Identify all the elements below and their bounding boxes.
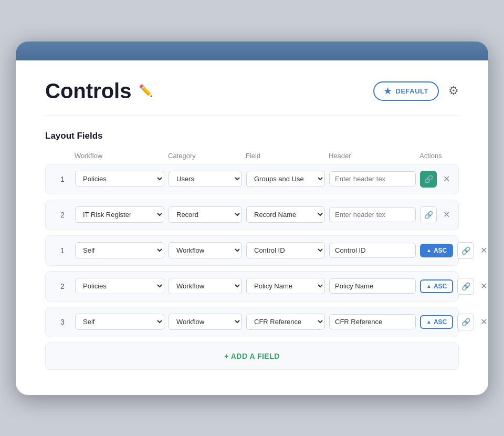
actions-area: ▲ ASC 🔗 ✕ (420, 278, 488, 295)
field-select[interactable]: Policy Name (246, 278, 325, 294)
asc-arrow-icon: ▲ (426, 319, 432, 325)
col-headers: Workflow Category Field Header Actions (45, 152, 459, 164)
link-button[interactable]: 🔗 (457, 314, 474, 330)
col-num-spacer (54, 152, 70, 160)
table-row: 1 Policies Users Groups and Use 🔗 ✕ (45, 164, 459, 194)
field-select[interactable]: Control ID (246, 242, 325, 258)
add-field-button[interactable]: ADD A FIELD (224, 352, 280, 360)
col-header-field: Field (246, 152, 324, 160)
link-icon: 🔗 (424, 175, 433, 183)
remove-row-button[interactable]: ✕ (478, 279, 488, 293)
link-icon: 🔗 (461, 318, 470, 326)
link-button[interactable]: 🔗 (457, 242, 474, 259)
header-input[interactable] (329, 171, 416, 186)
category-select[interactable]: Workflow (169, 314, 242, 330)
actions-area: ▲ ASC 🔗 ✕ (420, 242, 488, 259)
table-row: 3 Self Workflow CFR Reference ▲ ASC 🔗 ✕ (45, 307, 459, 337)
add-field-row[interactable]: ADD A FIELD (45, 342, 459, 370)
actions-area: ▲ ASC 🔗 ✕ (420, 314, 488, 330)
asc-label: ASC (434, 283, 447, 290)
page-header: Controls ✏️ ★ DEFAULT ⚙ (45, 79, 459, 103)
link-icon: 🔗 (461, 246, 470, 255)
workflow-select[interactable]: IT Risk Register (75, 206, 164, 223)
edit-icon[interactable]: ✏️ (139, 84, 153, 98)
asc-label: ASC (434, 247, 447, 254)
header-input[interactable] (329, 314, 416, 329)
header-right: ★ DEFAULT ⚙ (373, 81, 459, 101)
row-number: 2 (54, 211, 71, 219)
asc-label: ASC (434, 318, 447, 326)
page-title-area: Controls ✏️ (45, 79, 153, 103)
page-title: Controls (45, 79, 131, 103)
row-number: 2 (54, 282, 71, 290)
row-number: 1 (54, 175, 71, 183)
col-header-header: Header (329, 152, 415, 160)
workflow-select[interactable]: Policies (75, 171, 164, 187)
link-icon: 🔗 (461, 282, 470, 290)
link-button[interactable]: 🔗 (457, 278, 474, 295)
col-header-actions: Actions (419, 152, 488, 160)
actions-area: 🔗 ✕ (420, 206, 488, 223)
row-number: 1 (54, 246, 71, 255)
table-row: 2 IT Risk Register Record Record Name 🔗 … (45, 200, 459, 230)
device-top-bar (16, 41, 488, 60)
asc-button[interactable]: ▲ ASC (420, 244, 453, 257)
col-header-workflow: Workflow (75, 152, 164, 160)
table-row: 1 Self Workflow Control ID ▲ ASC 🔗 ✕ (45, 235, 459, 266)
field-select[interactable]: CFR Reference (246, 314, 325, 330)
rows-container: 1 Policies Users Groups and Use 🔗 ✕ 2 IT (45, 164, 459, 337)
default-label: DEFAULT (396, 87, 428, 95)
remove-row-button[interactable]: ✕ (441, 207, 452, 222)
workflow-select[interactable]: Self (75, 314, 164, 330)
gear-icon[interactable]: ⚙ (448, 84, 459, 98)
header-input[interactable] (329, 207, 416, 222)
device-frame: Controls ✏️ ★ DEFAULT ⚙ Layout Fields Wo… (16, 41, 488, 395)
table-wrapper: Workflow Category Field Header Actions 1… (45, 152, 459, 370)
remove-row-button[interactable]: ✕ (478, 243, 488, 257)
category-select[interactable]: Users (169, 171, 242, 187)
row-number: 3 (54, 318, 71, 326)
category-select[interactable]: Workflow (169, 242, 242, 258)
remove-row-button[interactable]: ✕ (478, 315, 488, 329)
asc-button[interactable]: ▲ ASC (420, 315, 453, 329)
link-button[interactable]: 🔗 (420, 171, 437, 188)
asc-button[interactable]: ▲ ASC (420, 279, 453, 293)
link-button[interactable]: 🔗 (420, 206, 437, 223)
workflow-select[interactable]: Policies (75, 278, 164, 294)
device-body: Controls ✏️ ★ DEFAULT ⚙ Layout Fields Wo… (16, 60, 488, 395)
header-input[interactable] (329, 243, 416, 258)
category-select[interactable]: Workflow (169, 278, 242, 294)
field-select[interactable]: Record Name (246, 206, 325, 223)
default-badge[interactable]: ★ DEFAULT (373, 81, 439, 101)
category-select[interactable]: Record (169, 206, 242, 223)
asc-arrow-icon: ▲ (426, 247, 432, 253)
star-icon: ★ (384, 86, 392, 96)
header-divider (45, 116, 459, 116)
actions-area: 🔗 ✕ (420, 171, 488, 188)
col-header-category: Category (168, 152, 242, 160)
remove-row-button[interactable]: ✕ (441, 172, 452, 186)
workflow-select[interactable]: Self (75, 242, 164, 258)
asc-arrow-icon: ▲ (426, 283, 432, 289)
section-title: Layout Fields (45, 131, 459, 141)
table-row: 2 Policies Workflow Policy Name ▲ ASC 🔗 … (45, 271, 459, 302)
header-input[interactable] (329, 278, 416, 294)
field-select[interactable]: Groups and Use (246, 171, 325, 187)
link-icon: 🔗 (424, 211, 433, 219)
